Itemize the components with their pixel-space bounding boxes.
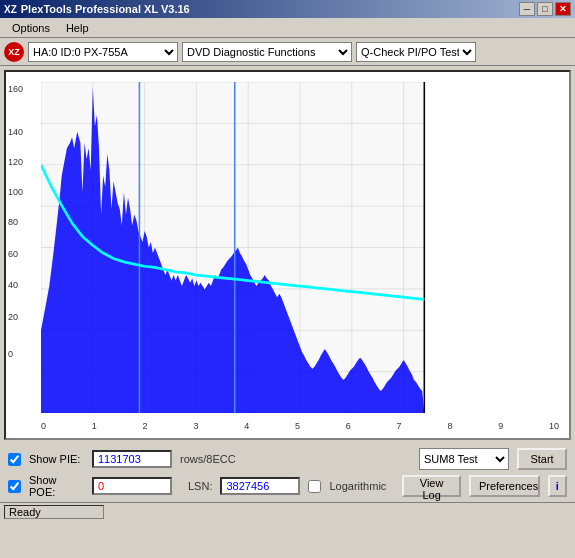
x-label-0: 0 (41, 421, 46, 431)
device-icon: XZ (4, 42, 24, 62)
poe-label: Show POE: (29, 474, 84, 498)
y-label-120: 120 (8, 157, 23, 167)
show-poe-checkbox[interactable] (8, 480, 21, 493)
chart-svg (41, 82, 559, 413)
info-icon: i (556, 480, 559, 492)
function-select[interactable]: DVD Diagnostic Functions (182, 42, 352, 62)
lsn-value: 3827456 (220, 477, 300, 495)
pie-count: 1131703 (98, 453, 141, 465)
lsn-number: 3827456 (226, 480, 269, 492)
svg-rect-23 (424, 82, 559, 413)
menu-help[interactable]: Help (58, 20, 97, 36)
preferences-button[interactable]: Preferences (469, 475, 540, 497)
close-button[interactable]: ✕ (555, 2, 571, 16)
test-select[interactable]: Q-Check PI/PO Test (356, 42, 476, 62)
device-select[interactable]: HA:0 ID:0 PX-755A (28, 42, 178, 62)
toolbar: XZ HA:0 ID:0 PX-755A DVD Diagnostic Func… (0, 38, 575, 66)
x-label-5: 5 (295, 421, 300, 431)
y-label-0: 0 (8, 349, 13, 359)
start-button[interactable]: Start (517, 448, 567, 470)
menu-options[interactable]: Options (4, 20, 58, 36)
poe-value: 0 (92, 477, 172, 495)
menu-bar: Options Help (0, 18, 575, 38)
x-label-3: 3 (193, 421, 198, 431)
x-label-7: 7 (397, 421, 402, 431)
maximize-button[interactable]: □ (537, 2, 553, 16)
y-label-60: 60 (8, 249, 18, 259)
poe-count: 0 (98, 480, 104, 492)
show-pie-checkbox[interactable] (8, 453, 21, 466)
pie-row: Show PIE: 1131703 rows/8ECC SUM8 Test SU… (8, 448, 567, 470)
title-bar: XZ PlexTools Professional XL V3.16 ─ □ ✕ (0, 0, 575, 18)
chart-area: 0 1 2 3 4 5 6 7 8 9 10 (41, 82, 559, 413)
status-panel: Ready (4, 505, 104, 519)
status-text: Ready (9, 506, 41, 518)
y-label-140: 140 (8, 127, 23, 137)
y-label-40: 40 (8, 280, 18, 290)
logarithmic-checkbox[interactable] (308, 480, 321, 493)
y-label-20: 20 (8, 312, 18, 322)
minimize-button[interactable]: ─ (519, 2, 535, 16)
info-button[interactable]: i (548, 475, 567, 497)
poe-row: Show POE: 0 LSN: 3827456 Logarithmic Vie… (8, 474, 567, 498)
x-label-4: 4 (244, 421, 249, 431)
x-label-2: 2 (143, 421, 148, 431)
bottom-controls: Show PIE: 1131703 rows/8ECC SUM8 Test SU… (0, 444, 575, 502)
pie-value: 1131703 (92, 450, 172, 468)
y-label-80: 80 (8, 217, 18, 227)
x-label-6: 6 (346, 421, 351, 431)
rows-label: rows/8ECC (180, 453, 236, 465)
x-label-9: 9 (498, 421, 503, 431)
lsn-label: LSN: (188, 480, 212, 492)
x-label-1: 1 (92, 421, 97, 431)
app-icon: XZ (4, 4, 17, 15)
chart-container: 160 140 120 100 80 60 40 20 0 (4, 70, 571, 440)
y-label-160: 160 (8, 84, 23, 94)
sum8-select[interactable]: SUM8 Test SUM1 Test (419, 448, 509, 470)
status-bar: Ready (0, 502, 575, 520)
title-text: PlexTools Professional XL V3.16 (21, 3, 190, 15)
x-label-10: 10 (549, 421, 559, 431)
view-log-button[interactable]: View Log (402, 475, 461, 497)
logarithmic-label: Logarithmic (329, 480, 386, 492)
y-label-100: 100 (8, 187, 23, 197)
x-label-8: 8 (447, 421, 452, 431)
pie-label: Show PIE: (29, 453, 84, 465)
